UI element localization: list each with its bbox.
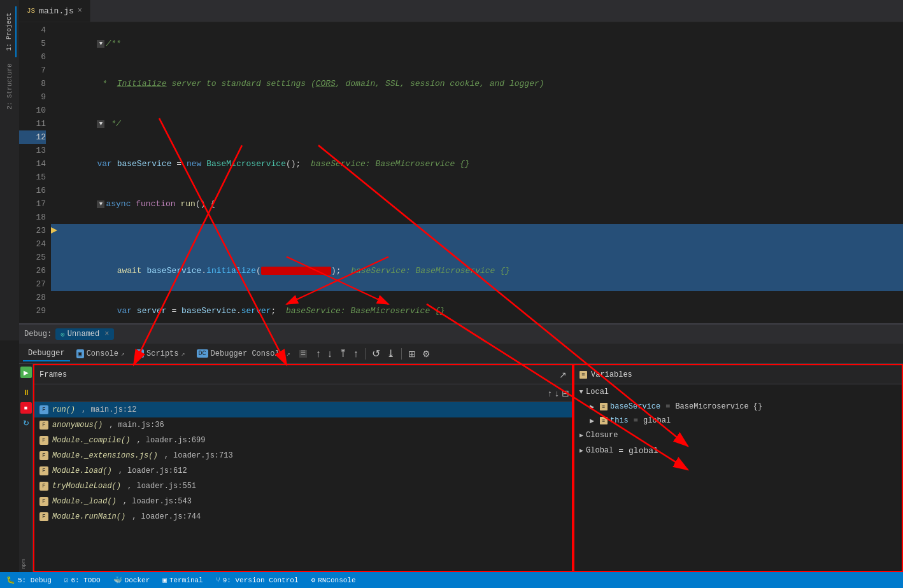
session-close[interactable]: × xyxy=(104,330,109,339)
step-controls: ↑ ↓ ⤒ ↑ xyxy=(313,346,361,361)
tab-debugger-console[interactable]: DC Debugger Console ↗ xyxy=(192,347,295,361)
code-line-7: var baseService = new BaseMicroservice()… xyxy=(51,144,903,184)
toolbar-menu-btn[interactable]: ☰ xyxy=(299,350,307,358)
side-action-bar: ▶ ⏸ ■ ↻ npm xyxy=(19,364,33,572)
closure-section-header[interactable]: ▶ Closure xyxy=(574,428,902,443)
frame-item-0[interactable]: F run() , main.js:12 xyxy=(34,402,572,417)
expand-baseservice: ▶ xyxy=(590,402,597,412)
variables-panel-header: ≡ Variables xyxy=(574,365,902,384)
status-rnconsole[interactable]: ⚙ RNConsole xyxy=(305,572,362,588)
npm-btn[interactable]: npm xyxy=(20,558,32,570)
step-out-btn[interactable]: ⤒ xyxy=(336,346,350,361)
code-editor: 4 5 6 7 8 9 10 11 12 13 14 15 16 17 18 2… xyxy=(19,22,903,328)
var-key-baseservice: baseService xyxy=(610,402,660,411)
fold-btn-6[interactable]: ▼ xyxy=(97,120,104,128)
frame-item-4[interactable]: F Module.load() , loader.js:612 xyxy=(34,463,572,479)
step-over-btn[interactable]: ↑ xyxy=(313,346,324,361)
tab-debugger[interactable]: Debugger xyxy=(23,346,70,361)
settings-btn[interactable]: ⚙ xyxy=(420,347,433,360)
chevron-global: ▶ xyxy=(579,447,583,454)
frame-item-1[interactable]: F anonymous() , main.js:36 xyxy=(34,417,572,433)
frames-scroll-toolbar: ↑ ↓ ⊟ xyxy=(34,384,572,402)
frame-item-2[interactable]: F Module._compile() , loader.js:699 xyxy=(34,433,572,448)
status-docker[interactable]: 🐳 Docker xyxy=(107,572,157,588)
debug-status-icon: 🐛 xyxy=(6,576,15,584)
resume-btn[interactable]: ↑ xyxy=(351,346,361,361)
debug-session-tab[interactable]: ⊙ Unnamed × xyxy=(55,328,114,340)
side-label-structure[interactable]: 2: Structure xyxy=(4,57,16,116)
js-file-icon: JS xyxy=(27,7,35,15)
vcs-icon: ⑂ xyxy=(216,577,220,584)
status-vcs[interactable]: ⑂ 9: Version Control xyxy=(210,572,305,588)
docker-icon: 🐳 xyxy=(113,576,122,584)
tab-bar: JS main.js × xyxy=(19,0,903,22)
terminal-icon: ▣ xyxy=(162,576,167,584)
stop-debug-btn[interactable]: ⤓ xyxy=(384,346,397,361)
layout-btn[interactable]: ⊞ xyxy=(406,347,418,360)
code-content: ▼/** * Initialize server to standard set… xyxy=(51,22,903,328)
var-row-baseservice[interactable]: ▶ ≡ baseService = BaseMicroservice {} xyxy=(574,400,902,414)
variables-panel: ≡ Variables ▶ Local ▶ ≡ baseService = Ba… xyxy=(573,364,903,572)
var-section-global: ▶ Global = global xyxy=(574,443,902,458)
status-bar: 🐛 5: Debug ☑ 6: TODO 🐳 Docker ▣ Terminal… xyxy=(0,572,903,588)
code-line-13: var server = baseService.server; baseSer… xyxy=(51,291,903,328)
fold-btn-10[interactable]: ▼ xyxy=(97,200,104,208)
tab-console[interactable]: ▣ Console ↗ xyxy=(71,347,130,361)
global-val: global xyxy=(629,446,658,456)
var-section-local: ▶ Local ▶ ≡ baseService = BaseMicroservi… xyxy=(574,384,902,428)
variables-icon: ≡ xyxy=(579,371,587,379)
var-val-baseservice: BaseMicroservice {} xyxy=(675,402,762,411)
status-terminal[interactable]: ▣ Terminal xyxy=(156,572,209,588)
frame-item-3[interactable]: F Module._extensions.js() , loader.js:71… xyxy=(34,448,572,463)
step-into-btn[interactable]: ↓ xyxy=(325,346,335,361)
var-section-closure: ▶ Closure xyxy=(574,428,902,443)
debug-session-bar: Debug: ⊙ Unnamed × xyxy=(19,323,903,344)
code-line-10: ▼async function run() { xyxy=(51,184,903,224)
frames-panel: Frames ↗ ↑ ↓ ⊟ F run() , main.js:12 F an… xyxy=(33,364,573,572)
chevron-local: ▶ xyxy=(578,390,585,394)
debug-label: Debug: xyxy=(24,330,52,339)
debug-toolbar: Debugger ▣ Console ↗ S Scripts ↗ DC Debu… xyxy=(19,344,903,364)
code-line-5: * Initialize server to standard settings… xyxy=(51,64,903,104)
stop-action-btn[interactable]: ■ xyxy=(20,402,32,414)
fold-btn-4[interactable]: ▼ xyxy=(97,40,104,48)
debug-body: ▶ ⏸ ■ ↻ npm Frames ↗ ↑ ↓ ⊟ F run xyxy=(19,364,903,572)
var-icon-this: ≡ xyxy=(600,417,608,424)
frames-expand-btn[interactable]: ↗ xyxy=(559,370,567,380)
code-line-6: ▼ */ xyxy=(51,104,903,144)
variables-title: Variables xyxy=(591,370,632,379)
debug-arrow-12 xyxy=(51,226,57,235)
restart-debug-btn[interactable]: ↺ xyxy=(369,346,383,361)
frame-item-6[interactable]: F Module._load() , loader.js:543 xyxy=(34,494,572,509)
toolbar-sep-2 xyxy=(401,348,402,360)
tab-main-js[interactable]: JS main.js × xyxy=(19,0,90,22)
pause-action-btn[interactable]: ⏸ xyxy=(20,387,32,398)
frame-item-7[interactable]: F Module.runMain() , loader.js:744 xyxy=(34,509,572,524)
scroll-down-btn[interactable]: ↓ xyxy=(555,388,559,398)
tab-close-btn[interactable]: × xyxy=(78,6,82,15)
frames-list: F run() , main.js:12 F anonymous() , mai… xyxy=(34,402,572,571)
reload-action-btn[interactable]: ↻ xyxy=(20,417,32,429)
scroll-up-btn[interactable]: ↑ xyxy=(548,388,552,398)
var-row-this[interactable]: ▶ ≡ this = global xyxy=(574,414,902,428)
var-icon-baseservice: ≡ xyxy=(600,403,608,410)
var-val-this: global xyxy=(643,416,671,425)
run-action-btn[interactable]: ▶ xyxy=(20,367,32,378)
todo-icon: ☑ xyxy=(64,576,69,584)
side-label-project[interactable]: 1: Project xyxy=(3,6,17,57)
global-section-header[interactable]: ▶ Global = global xyxy=(574,443,902,458)
tab-filename: main.js xyxy=(39,6,74,16)
line-numbers: 4 5 6 7 8 9 10 11 12 13 14 15 16 17 18 2… xyxy=(19,22,51,328)
code-line-4: ▼/** xyxy=(51,24,903,64)
tab-scripts[interactable]: S Scripts ↗ xyxy=(131,347,190,361)
toolbar-sep-1 xyxy=(365,348,366,360)
filter-btn[interactable]: ⊟ xyxy=(562,388,569,398)
chevron-closure: ▶ xyxy=(579,431,583,439)
expand-this: ▶ xyxy=(590,416,597,426)
status-todo[interactable]: ☑ 6: TODO xyxy=(58,572,107,588)
frame-item-5[interactable]: F tryModuleLoad() , loader.js:551 xyxy=(34,479,572,494)
status-debug[interactable]: 🐛 5: Debug xyxy=(0,572,58,588)
frames-panel-header: Frames ↗ xyxy=(34,365,572,384)
local-section-header[interactable]: ▶ Local xyxy=(574,384,902,400)
var-key-this: this xyxy=(610,416,629,425)
